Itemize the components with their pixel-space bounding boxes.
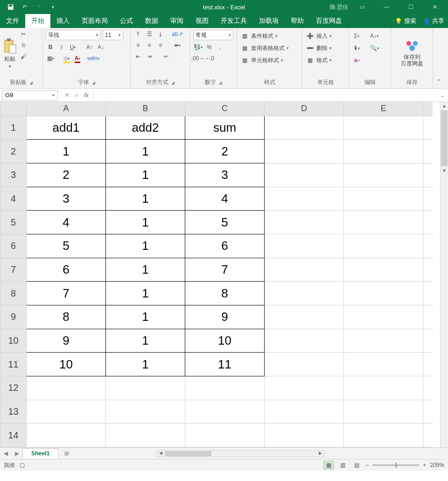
row-header-5[interactable]: 5: [0, 211, 27, 234]
merge-icon[interactable]: ⬌▾: [173, 41, 182, 50]
find-select-icon[interactable]: 🔍▾: [370, 44, 379, 52]
cell-D11[interactable]: [265, 353, 344, 376]
cell-E1[interactable]: [344, 116, 423, 140]
decrease-indent-icon[interactable]: ⇤: [133, 52, 143, 61]
formula-input[interactable]: [93, 90, 437, 100]
sheet-nav-next-icon[interactable]: ▶: [11, 450, 22, 457]
cell-D3[interactable]: [265, 163, 344, 187]
cell-D4[interactable]: [265, 187, 344, 211]
align-left-icon[interactable]: ≡: [133, 41, 143, 50]
underline-icon[interactable]: U▾: [68, 43, 77, 51]
cell-B8[interactable]: 1: [106, 282, 185, 305]
align-middle-icon[interactable]: ☰: [145, 30, 154, 38]
cell-C1[interactable]: sum: [185, 116, 265, 140]
cell-C13[interactable]: [185, 400, 265, 424]
row-header-13[interactable]: 13: [0, 400, 27, 424]
font-size-select[interactable]: 11▾: [103, 30, 123, 40]
zoom-out-icon[interactable]: −: [365, 462, 369, 468]
cell-B11[interactable]: 1: [106, 353, 185, 376]
expand-formula-icon[interactable]: ⌄: [437, 92, 448, 99]
cell-B12[interactable]: [106, 376, 185, 400]
spreadsheet-grid[interactable]: ABCDE1add1add2sum21123213431454156516761…: [0, 102, 448, 447]
col-header-A[interactable]: A: [27, 102, 106, 116]
cell-E11[interactable]: [344, 353, 423, 376]
redo-icon[interactable]: ↷: [34, 2, 44, 12]
maximize-icon[interactable]: ☐: [400, 0, 421, 14]
cell-D9[interactable]: [265, 305, 344, 329]
row-header-6[interactable]: 6: [0, 234, 27, 258]
format-as-table-button[interactable]: ▦套用表格格式▾: [240, 44, 299, 52]
tab-help[interactable]: 帮助: [285, 14, 310, 28]
orientation-icon[interactable]: ab↗: [173, 30, 182, 38]
decrease-decimal-icon[interactable]: →.0: [204, 54, 214, 63]
accounting-format-icon[interactable]: 💱▾: [193, 43, 203, 51]
save-icon[interactable]: [6, 2, 16, 12]
cell-C11[interactable]: 11: [185, 353, 265, 376]
zoom-in-icon[interactable]: +: [423, 462, 426, 468]
cell-D8[interactable]: [265, 282, 344, 305]
page-layout-view-icon[interactable]: ▥: [337, 461, 348, 469]
cell-A1[interactable]: add1: [27, 116, 106, 140]
cell-E14[interactable]: [344, 424, 423, 447]
minimize-icon[interactable]: —: [376, 0, 397, 14]
accept-formula-icon[interactable]: ✓: [74, 92, 79, 99]
hscroll-thumb[interactable]: [165, 451, 211, 456]
cell-C14[interactable]: [185, 424, 265, 447]
phonetic-icon[interactable]: wén▾: [89, 54, 98, 63]
align-right-icon[interactable]: ≡: [156, 41, 165, 50]
cell-C9[interactable]: 9: [185, 305, 265, 329]
cell-E9[interactable]: [344, 305, 423, 329]
tab-developer[interactable]: 开发工具: [215, 14, 253, 28]
tab-addins[interactable]: 加载项: [253, 14, 285, 28]
col-header-C[interactable]: C: [185, 102, 265, 116]
wrap-text-icon[interactable]: ↩: [161, 52, 171, 61]
cut-icon[interactable]: ✂: [19, 30, 28, 38]
cell-A8[interactable]: 7: [27, 282, 106, 305]
italic-icon[interactable]: I: [57, 43, 66, 51]
comma-icon[interactable]: ,: [216, 43, 225, 51]
cell-C2[interactable]: 2: [185, 140, 265, 163]
scroll-down-icon[interactable]: ▼: [441, 167, 448, 175]
cell-A7[interactable]: 6: [27, 258, 106, 282]
row-header-3[interactable]: 3: [0, 163, 27, 187]
cell-E13[interactable]: [344, 400, 423, 424]
cell-C6[interactable]: 6: [185, 234, 265, 258]
tab-file[interactable]: 文件: [0, 14, 25, 28]
close-icon[interactable]: ✕: [425, 0, 445, 14]
cell-B13[interactable]: [106, 400, 185, 424]
share-button[interactable]: 👤 共享: [423, 17, 444, 25]
scroll-up-icon[interactable]: ▲: [441, 102, 448, 110]
clear-icon[interactable]: ◆▾: [352, 56, 361, 64]
cell-A2[interactable]: 1: [27, 140, 106, 163]
cell-E5[interactable]: [344, 211, 423, 234]
font-color-icon[interactable]: A▾: [73, 54, 82, 63]
cancel-formula-icon[interactable]: ✕: [64, 92, 70, 99]
row-header-14[interactable]: 14: [0, 424, 27, 447]
cell-D1[interactable]: [265, 116, 344, 140]
add-sheet-icon[interactable]: ⊕: [61, 450, 72, 457]
cell-B14[interactable]: [106, 424, 185, 447]
clipboard-launcher-icon[interactable]: ◢: [29, 80, 33, 85]
fx-icon[interactable]: fx: [84, 92, 89, 99]
cell-D14[interactable]: [265, 424, 344, 447]
cell-B3[interactable]: 1: [106, 163, 185, 187]
tab-insert[interactable]: 插入: [50, 14, 76, 28]
cell-A13[interactable]: [27, 400, 106, 424]
cell-B7[interactable]: 1: [106, 258, 185, 282]
row-header-9[interactable]: 9: [0, 305, 27, 329]
cell-D5[interactable]: [265, 211, 344, 234]
cell-B9[interactable]: 1: [106, 305, 185, 329]
cell-D10[interactable]: [265, 329, 344, 353]
scroll-left-icon[interactable]: ◀: [157, 451, 164, 457]
collapse-ribbon-icon[interactable]: ⌃: [433, 28, 445, 88]
zoom-slider[interactable]: [372, 464, 419, 466]
name-box[interactable]: G9▾: [2, 90, 58, 100]
row-header-4[interactable]: 4: [0, 187, 27, 211]
paste-button[interactable]: 粘贴 ▾: [3, 30, 17, 76]
cell-D12[interactable]: [265, 376, 344, 400]
zoom-level[interactable]: 205%: [430, 462, 444, 468]
cell-E4[interactable]: [344, 187, 423, 211]
cell-A6[interactable]: 5: [27, 234, 106, 258]
cell-A11[interactable]: 10: [27, 353, 106, 376]
sort-filter-icon[interactable]: A↓▾: [370, 32, 379, 40]
